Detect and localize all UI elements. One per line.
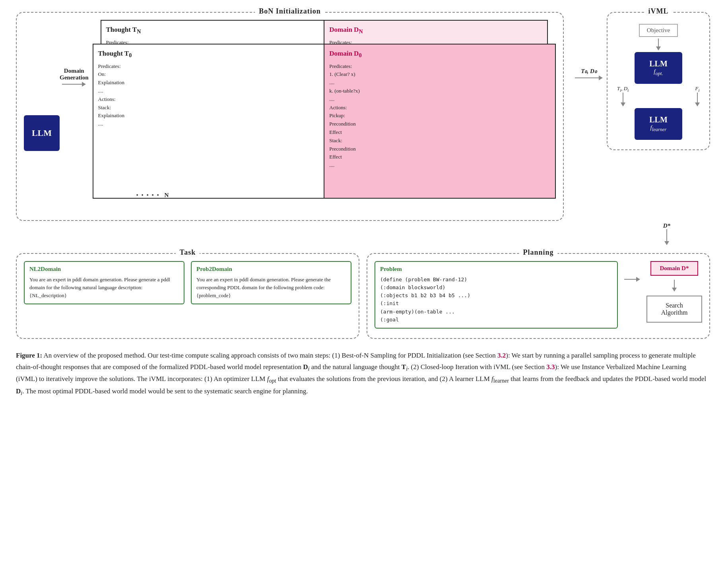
- dstar-to-search-arrow: [672, 280, 677, 292]
- figure-container: BoN Initialization LLM DomainGeneration: [16, 12, 710, 398]
- nl2domain-title: NL2Domain: [29, 266, 179, 273]
- ivml-inner: Objective LLM fopt. Ti, Di: [613, 20, 704, 140]
- thought-0-title: Thought T0: [98, 48, 319, 60]
- prob2domain-card: Prob2Domain You are an expert in pddl do…: [191, 261, 351, 304]
- ivml-objective: Objective: [639, 24, 678, 37]
- domain-d-star-box: Domain D*: [650, 261, 698, 276]
- planning-section: Planning Problem (define (problem BW-ran…: [367, 253, 710, 339]
- bon-section: BoN Initialization LLM DomainGeneration: [16, 12, 564, 221]
- domain-gen-arrow: DomainGeneration: [60, 68, 89, 87]
- bon-section-label: BoN Initialization: [255, 7, 325, 15]
- card-front-right: Domain D0 Predicates: 1. (Clear? x) ....…: [324, 44, 555, 198]
- planning-section-label: Planning: [519, 248, 557, 257]
- ivml-section: iVML Objective LLM fopt.: [607, 12, 710, 150]
- dstar-connector: D*: [16, 221, 710, 245]
- ivml-section-label: iVML: [644, 7, 673, 15]
- planning-inner: Problem (define (problem BW-rand-12) (:d…: [375, 261, 702, 329]
- cards-stack: Thought TN Predicates: On: Explanation .…: [93, 20, 556, 211]
- card-front: Thought T0 Predicates: On: Explaination …: [93, 44, 556, 199]
- planning-right: Domain D* Search Algorithm: [646, 261, 702, 323]
- domain-0-title: Domain D0: [329, 48, 550, 60]
- figure-label: Figure 1:: [16, 352, 42, 359]
- top-diagram: BoN Initialization LLM DomainGeneration: [16, 12, 710, 221]
- domain-n-title: Domain DN: [329, 25, 542, 36]
- bon-inner: LLM DomainGeneration: [24, 20, 556, 211]
- domain-gen-label: DomainGeneration: [60, 68, 89, 81]
- nl2domain-card: NL2Domain You are an expert in pddl doma…: [24, 261, 184, 304]
- dstar-arrow-col: D*: [663, 221, 670, 245]
- task-section: Task NL2Domain You are an expert in pddl…: [16, 253, 359, 339]
- prob2domain-body: You are an expert in pddl domain generat…: [196, 276, 346, 300]
- task-inner: NL2Domain You are an expert in pddl doma…: [24, 261, 351, 304]
- problem-card-title: Problem: [380, 266, 612, 273]
- problem-card-body: (define (problem BW-rand-12) (:domain bl…: [380, 276, 612, 324]
- bottom-row: Task NL2Domain You are an expert in pddl…: [16, 253, 710, 339]
- caption-text: Figure 1: An overview of the proposed me…: [16, 352, 706, 395]
- ivml-middle-arrows: Ti, Di Fi: [613, 85, 704, 106]
- dots-label: • • • • • N: [136, 192, 169, 199]
- search-algorithm-box: Search Algorithm: [646, 296, 702, 323]
- task-section-label: Task: [176, 248, 200, 257]
- problem-card: Problem (define (problem BW-rand-12) (:d…: [375, 261, 618, 329]
- llm-box-bon: LLM: [24, 115, 60, 151]
- prob2domain-title: Prob2Domain: [196, 266, 346, 273]
- nl2domain-body: You are an expert in pddl domain generat…: [29, 276, 179, 300]
- thought-n-title: Thought TN: [106, 25, 319, 36]
- problem-to-planning-arrow: [624, 277, 640, 282]
- llm-learner-box: LLM flearner: [635, 108, 682, 140]
- ti-di-arrow: Ti, Di: [617, 85, 629, 106]
- llm-opt-box: LLM fopt.: [635, 52, 682, 84]
- bon-to-ivml-arrow: T₀, D₀: [575, 68, 603, 80]
- card-front-left: Thought T0 Predicates: On: Explaination …: [93, 44, 324, 198]
- fi-arrow: Fi: [695, 85, 700, 106]
- ivml-arrow-obj-to-opt: [656, 39, 661, 50]
- caption: Figure 1: An overview of the proposed me…: [16, 350, 708, 398]
